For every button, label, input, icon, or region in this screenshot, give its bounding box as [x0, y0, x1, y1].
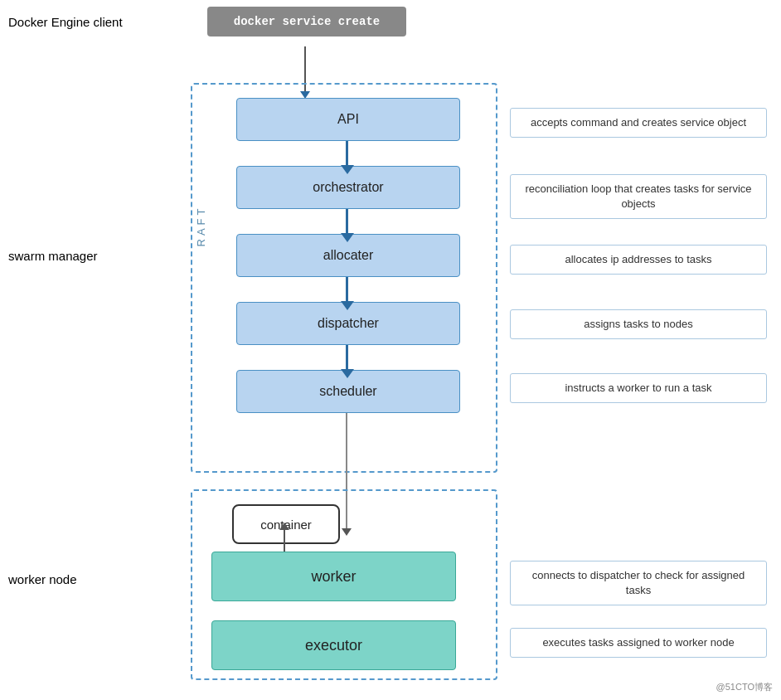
docker-command-box: docker service create — [207, 7, 406, 36]
desc-allocater: allocates ip addresses to tasks — [510, 245, 767, 275]
swarm-manager-label: swarm manager — [8, 249, 98, 263]
api-box: API — [236, 98, 460, 141]
desc-api: accepts command and creates service obje… — [510, 108, 767, 138]
arrow-api-to-orchestrator — [346, 141, 348, 166]
desc-worker: connects to dispatcher to check for assi… — [510, 561, 767, 605]
docker-client-label: Docker Engine client — [8, 15, 123, 29]
executor-box: executor — [211, 620, 456, 670]
arrow-allocater-to-dispatcher — [346, 277, 348, 302]
arrow-orchestrator-to-allocater — [346, 209, 348, 234]
arrow-dispatcher-to-scheduler — [346, 345, 348, 370]
watermark: @51CTO博客 — [716, 681, 773, 693]
worker-box: worker — [211, 552, 456, 601]
arrow-worker-to-container — [284, 529, 285, 552]
desc-scheduler: instructs a worker to run a task — [510, 373, 767, 403]
desc-executor: executes tasks assigned to worker node — [510, 628, 767, 658]
desc-orchestrator: reconciliation loop that creates tasks f… — [510, 174, 767, 219]
raft-label: RAFT — [195, 197, 207, 247]
diagram-container: Docker Engine client docker service crea… — [0, 0, 781, 700]
desc-dispatcher: assigns tasks to nodes — [510, 309, 767, 339]
swarm-manager-boundary — [191, 83, 497, 473]
worker-node-label: worker node — [8, 572, 77, 586]
